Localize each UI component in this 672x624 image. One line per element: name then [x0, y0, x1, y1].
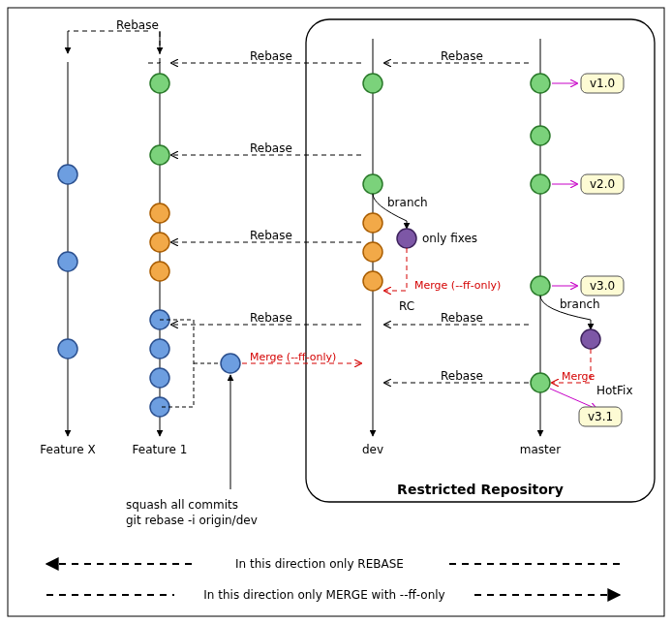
- commit-green: [363, 174, 382, 194]
- restricted-label: Restricted Repository: [397, 482, 564, 497]
- commit-orange: [150, 203, 169, 223]
- squash-note-2: git rebase -i origin/dev: [126, 514, 258, 527]
- commit-blue: [150, 368, 169, 388]
- commit-blue: [150, 397, 169, 417]
- commit-green: [531, 74, 550, 93]
- svg-text:Rebase: Rebase: [250, 229, 292, 242]
- tag-label: v3.0: [590, 279, 615, 293]
- commit-purple: [397, 229, 416, 248]
- tag-label: v1.0: [590, 77, 615, 90]
- commit-blue: [58, 165, 77, 184]
- branch-label: branch: [387, 196, 428, 209]
- commit-blue: [150, 339, 169, 359]
- svg-text:Rebase: Rebase: [250, 141, 292, 155]
- only-fixes-label: only fixes: [422, 232, 477, 245]
- commit-blue: [58, 252, 77, 271]
- commit-green: [531, 276, 550, 296]
- lane-master: master: [520, 443, 561, 456]
- commit-orange: [150, 262, 169, 281]
- svg-text:Rebase: Rebase: [250, 311, 292, 325]
- commit-blue: [221, 354, 240, 373]
- svg-text:Rebase: Rebase: [441, 49, 483, 63]
- branch-label: branch: [560, 297, 600, 311]
- commit-orange: [150, 233, 169, 252]
- commit-green: [531, 373, 550, 392]
- svg-text:Rebase: Rebase: [441, 311, 483, 325]
- legend-merge: In this direction only MERGE with --ff-o…: [203, 588, 444, 602]
- commit-green: [531, 126, 550, 145]
- merge-ff-label: Merge (--ff-only): [250, 351, 336, 363]
- commit-orange: [363, 213, 382, 233]
- commit-green: [363, 74, 382, 93]
- commit-orange: [363, 271, 382, 291]
- merge-label: Merge: [562, 370, 596, 383]
- outer-border: [8, 8, 664, 616]
- commit-green: [150, 145, 169, 165]
- svg-text:Rebase: Rebase: [250, 49, 292, 63]
- hotfix-label: HotFix: [596, 384, 633, 397]
- svg-text:Rebase: Rebase: [116, 18, 159, 32]
- lane-dev: dev: [362, 443, 383, 456]
- git-flow-diagram: Restricted Repository Feature X Feature …: [0, 0, 672, 624]
- tag-label: v3.1: [588, 410, 613, 423]
- commit-green: [150, 74, 169, 93]
- legend-rebase: In this direction only REBASE: [235, 557, 404, 571]
- lane-featurex: Feature X: [40, 443, 95, 456]
- commit-blue: [58, 339, 77, 359]
- merge-ff-label: Merge (--ff-only): [414, 279, 501, 292]
- commit-green: [531, 174, 550, 194]
- lane-feature1: Feature 1: [133, 443, 188, 456]
- tag-label: v2.0: [590, 177, 615, 191]
- commit-orange: [363, 242, 382, 262]
- svg-text:Rebase: Rebase: [441, 369, 483, 383]
- squash-note-1: squash all commits: [126, 498, 238, 512]
- commit-purple: [581, 329, 600, 349]
- rc-label: RC: [399, 299, 414, 313]
